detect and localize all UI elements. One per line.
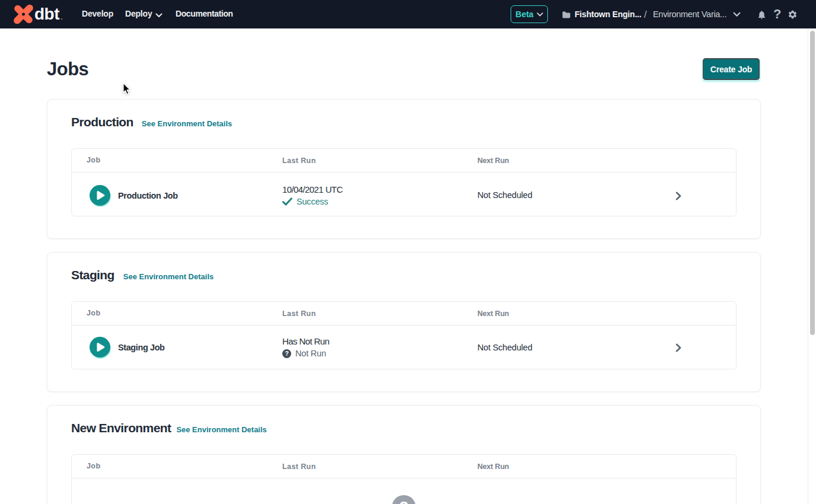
svg-text:?: ? <box>285 350 288 357</box>
svg-text:?: ? <box>399 497 409 504</box>
